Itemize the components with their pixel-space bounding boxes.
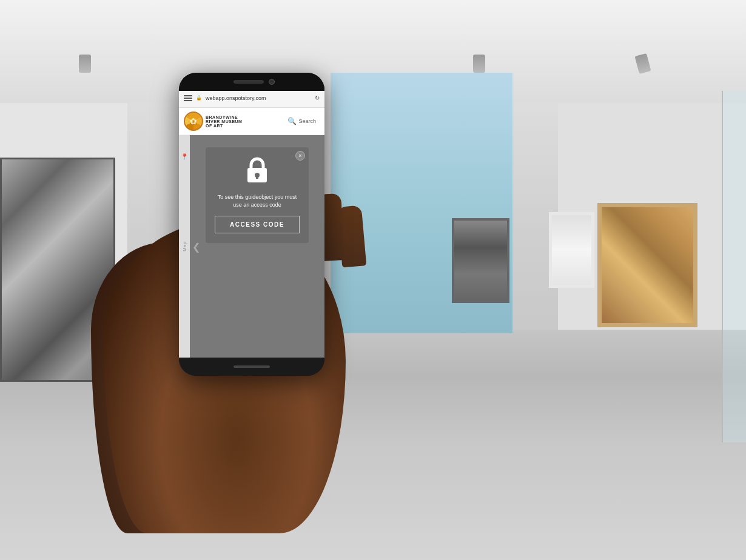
art-frame-right-3	[549, 212, 594, 288]
browser-chrome: 🔒 webapp.onspotstory.com ↻	[179, 91, 324, 108]
phone-top-bar	[179, 73, 324, 91]
ceiling-light-1	[79, 55, 91, 73]
close-icon: ×	[298, 153, 301, 159]
phone-speaker	[234, 80, 264, 84]
app-header: BRANDYWINE RIVER MUSEUM OF ART 🔍 Search	[179, 108, 324, 135]
lock-browser-icon: 🔒	[196, 95, 202, 101]
phone-bottom-bar	[179, 358, 324, 376]
modal-overlay: ❮ ×	[190, 135, 324, 358]
gallery-background	[0, 0, 746, 560]
museum-name: BRANDYWINE RIVER MUSEUM OF ART	[206, 115, 242, 128]
search-icon: 🔍	[287, 117, 297, 125]
app-body: 📍 Map ❮ ×	[179, 135, 324, 358]
svg-rect-2	[256, 175, 258, 179]
map-pin-icon: 📍	[181, 153, 188, 160]
search-button[interactable]: 🔍 Search	[284, 115, 320, 127]
home-button-indicator	[234, 365, 270, 368]
modal-body-text: To see this guideobject you must use an …	[214, 193, 300, 208]
museum-name-line1: BRANDYWINE	[206, 115, 242, 119]
map-label: Map	[183, 241, 187, 252]
museum-name-line2: RIVER MUSEUM	[206, 119, 242, 124]
glass-partition	[722, 91, 746, 442]
museum-name-line3: OF ART	[206, 124, 242, 128]
modal-close-button[interactable]: ×	[295, 151, 305, 161]
map-sidebar[interactable]: 📍 Map	[179, 135, 190, 358]
search-label: Search	[298, 118, 316, 124]
browser-top-bar: 🔒 webapp.onspotstory.com ↻	[184, 95, 320, 101]
hamburger-icon[interactable]	[184, 95, 192, 101]
logo-circle	[184, 112, 203, 131]
phone-device: 🔒 webapp.onspotstory.com ↻ BRANDYWINE RI…	[179, 73, 324, 376]
ceiling-light-2	[473, 55, 485, 73]
nav-chevron-left[interactable]: ❮	[190, 238, 203, 255]
art-frame-right-2	[452, 218, 509, 303]
museum-logo: BRANDYWINE RIVER MUSEUM OF ART	[184, 112, 242, 131]
phone-screen: 🔒 webapp.onspotstory.com ↻ BRANDYWINE RI…	[179, 91, 324, 358]
access-code-modal: × To see this guideobject you must use a…	[206, 147, 309, 243]
url-bar[interactable]: webapp.onspotstory.com	[206, 95, 311, 101]
access-code-button[interactable]: ACCESS CODE	[215, 216, 300, 233]
lock-icon	[214, 157, 300, 188]
phone-camera	[269, 79, 275, 85]
reload-icon[interactable]: ↻	[315, 95, 320, 101]
art-frame-right-1	[597, 203, 697, 327]
